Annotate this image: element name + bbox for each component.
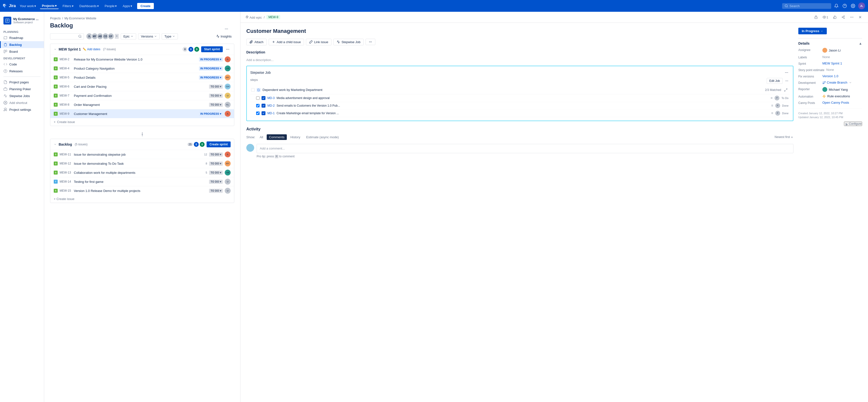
issue-row-mew2[interactable]: S MEW-2 Release for My Ecommerce Website… <box>50 55 234 64</box>
tab-comments[interactable]: Comments <box>267 134 287 140</box>
automation-value[interactable]: Rule executions <box>823 94 850 98</box>
sprint-1-create-issue[interactable]: + Create issue <box>50 118 234 126</box>
sidebar-item-project-pages[interactable]: Project pages <box>0 79 44 86</box>
issue-status-mew2[interactable]: IN PROGRESS ▾ <box>199 57 223 62</box>
step-child-checkbox-md3[interactable] <box>256 96 259 100</box>
steps-more-button[interactable] <box>784 78 789 83</box>
start-sprint-button[interactable]: Start sprint <box>201 46 223 52</box>
issue-row-mew15[interactable]: S MEW-15 Version 1.0 Release Demo for mu… <box>50 186 234 195</box>
issue-row-mew14[interactable]: T MEW-14 Testing for first game TO DO ▾ … <box>50 177 234 186</box>
issue-row-mew6[interactable]: S MEW-6 Cart and Order Placing TO DO ▾ G… <box>50 82 234 91</box>
issue-row-mew13[interactable]: S MEW-13 Collaboration work for multiple… <box>50 168 234 177</box>
issue-status-mew7[interactable]: TO DO ▾ <box>209 94 223 98</box>
help-button[interactable] <box>841 3 848 9</box>
issue-status-mew11[interactable]: TO DO ▾ <box>209 153 223 157</box>
open-canny-posts[interactable]: Open Canny Posts <box>823 101 849 104</box>
attach-button[interactable]: Attach <box>246 39 267 45</box>
issue-status-mew4[interactable]: IN PROGRESS ▾ <box>199 66 223 71</box>
issue-status-mew12[interactable]: TO DO ▾ <box>209 162 223 166</box>
insights-button[interactable]: Insights <box>213 33 234 39</box>
configure-button[interactable]: Configure <box>844 122 862 126</box>
labels-value[interactable]: None <box>823 55 830 59</box>
sidebar-item-releases[interactable]: Releases <box>0 68 44 74</box>
tab-all[interactable]: All <box>257 134 266 140</box>
step-child-menu-md3[interactable]: = <box>771 96 773 100</box>
issue-row-mew12[interactable]: S MEW-12 Issue for demonstrating To Do T… <box>50 159 234 168</box>
step-child-checkbox-md2[interactable] <box>256 104 259 107</box>
step-child-menu-md2[interactable]: = <box>771 104 773 108</box>
issue-status-mew5[interactable]: IN PROGRESS ▾ <box>199 75 223 80</box>
add-assignee-filter[interactable] <box>115 34 119 39</box>
issue-row-mew7[interactable]: S MEW-7 Payment and Confirmation TO DO ▾… <box>50 91 234 100</box>
create-button[interactable]: Create <box>137 3 154 9</box>
sprint-1-add-dates[interactable]: ✏️ Add dates <box>83 47 100 51</box>
settings-button[interactable] <box>850 3 856 9</box>
sidebar-item-project-settings[interactable]: Project settings <box>0 106 44 113</box>
add-child-issue-button[interactable]: Add a child issue <box>269 39 304 45</box>
issue-row-mew9[interactable]: S MEW-9 Customer Management IN PROGRESS … <box>50 109 234 118</box>
backlog-search[interactable] <box>50 33 84 39</box>
share-button[interactable] <box>840 14 846 20</box>
sprint-value[interactable]: MEW Sprint 1 <box>823 62 842 65</box>
breadcrumb-projects[interactable]: Projects <box>50 17 61 20</box>
issue-row-mew5[interactable]: S MEW-5 Product Details IN PROGRESS ▾ MY <box>50 73 234 82</box>
watch-button[interactable]: 1 <box>821 14 830 20</box>
issue-status-mew14[interactable]: TO DO ▾ <box>209 180 223 184</box>
add-epic-link[interactable]: Add epic <box>245 15 262 20</box>
step-child-checkbox-md1[interactable] <box>256 111 259 115</box>
issue-row-mew11[interactable]: S MEW-11 Issue for demonstrating stepwis… <box>50 150 234 159</box>
nav-your-work[interactable]: Your work ▾ <box>18 3 38 9</box>
create-sprint-button[interactable]: Create sprint <box>207 141 230 147</box>
sidebar-item-backlog[interactable]: Backlog <box>0 41 44 48</box>
avatar-5[interactable]: EF <box>107 33 114 40</box>
reporter-value[interactable]: Michael Yang <box>823 87 848 92</box>
sprint-divider[interactable] <box>50 130 234 139</box>
comment-input[interactable]: Add a comment... <box>257 144 794 153</box>
issue-status-mew9[interactable]: IN PROGRESS ▾ <box>199 112 223 116</box>
sidebar-item-stepwise-jobs[interactable]: Stepwise Jobs <box>0 92 44 99</box>
user-avatar[interactable]: JL <box>858 2 865 9</box>
search-input[interactable] <box>789 4 824 8</box>
nav-filters[interactable]: Filters ▾ <box>61 3 75 9</box>
stepwise-card-more[interactable] <box>784 70 789 75</box>
tab-estimate[interactable]: Estimate (async mode) <box>304 134 341 140</box>
edit-job-button[interactable]: Edit Job <box>767 78 783 84</box>
assignee-value[interactable]: Jason Li <box>823 48 840 53</box>
issue-status-mew15[interactable]: TO DO ▾ <box>209 189 223 193</box>
breadcrumb-project[interactable]: My Ecommerce Website <box>64 17 96 20</box>
nav-projects[interactable]: Projects ▾ <box>40 3 59 9</box>
type-filter[interactable]: Type <box>162 33 178 39</box>
newest-first[interactable]: Newest first <box>775 135 794 139</box>
stepwise-job-button[interactable]: Stepwise Job <box>333 39 364 45</box>
tab-history[interactable]: History <box>288 134 303 140</box>
issue-status-mew6[interactable]: TO DO ▾ <box>209 85 223 89</box>
issue-row-mew4[interactable]: S MEW-4 Product Category Navigation IN P… <box>50 64 234 73</box>
detail-extra-actions[interactable] <box>366 39 375 45</box>
sidebar-item-planning-poker[interactable]: Planning Poker <box>0 86 44 92</box>
detail-more-button[interactable] <box>848 14 855 20</box>
backlog-section-header[interactable]: Backlog (5 issues) 25 0 0 Create sprint <box>50 139 234 150</box>
create-branch-button[interactable]: Create Branch <box>823 81 847 84</box>
nav-dashboards[interactable]: Dashboards ▾ <box>78 3 101 9</box>
sidebar-item-roadmap[interactable]: Roadmap <box>0 34 44 41</box>
add-shortcut[interactable]: Add shortcut <box>0 99 44 106</box>
lock-button[interactable] <box>813 14 819 20</box>
issue-status-mew13[interactable]: TO DO ▾ <box>209 171 223 175</box>
parent-checkbox[interactable] <box>251 88 255 92</box>
notifications-button[interactable] <box>833 3 840 9</box>
page-more-button[interactable] <box>223 26 229 33</box>
sidebar-item-board[interactable]: Board <box>0 48 44 55</box>
sidebar-project-header[interactable]: My Ecommerce Website Software project <box>0 15 44 27</box>
status-button[interactable]: In Progress <box>798 28 827 34</box>
fix-versions-value[interactable]: Version 1.0 <box>823 74 838 78</box>
issue-status-mew8[interactable]: TO DO ▾ <box>209 103 223 107</box>
user-filter-avatars[interactable]: JL MY AB CD EF <box>86 33 114 40</box>
app-logo[interactable]: Jira <box>3 4 16 8</box>
nav-apps[interactable]: Apps ▾ <box>121 3 134 9</box>
search-box[interactable] <box>782 3 831 9</box>
link-issue-button[interactable]: Link issue <box>306 39 332 45</box>
step-child-menu-md1[interactable]: = <box>771 111 773 115</box>
detail-title[interactable]: Customer Management <box>246 28 794 35</box>
backlog-search-input[interactable] <box>52 35 77 38</box>
close-detail-button[interactable] <box>857 14 863 20</box>
